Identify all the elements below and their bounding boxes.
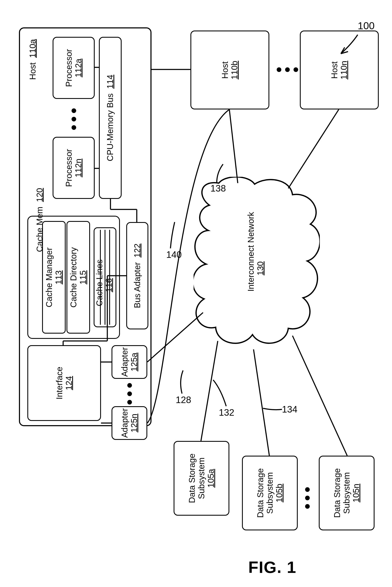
adapter-a-box: Adapter 125a [112, 345, 147, 379]
storage-b-box: Data Storage Subsystem 105b [242, 456, 298, 530]
ref-132: 132 [219, 407, 234, 418]
cache-directory-box: Cache Directory 115 [66, 221, 90, 334]
dots-adapters [127, 383, 132, 404]
diagram-canvas: 100 Host 110a Processor 112a Processor 1… [0, 0, 392, 587]
svg-line-16 [254, 350, 269, 456]
ref-134: 134 [282, 404, 297, 415]
host-detail-title: Host 110a [28, 36, 38, 83]
svg-line-15 [201, 341, 218, 441]
ref-140: 140 [166, 250, 182, 260]
interconnect-label: Interconnect Network 130 [246, 245, 265, 292]
bus-adapter-box: Bus Adapter 122 [126, 222, 148, 330]
dots-processors [72, 108, 76, 130]
host-n-box: Host 110n [300, 30, 379, 110]
storage-a-box: Data Storage Subsystem 105a [174, 441, 229, 516]
dots-hosts [277, 67, 298, 72]
cache-lines-label: Cache Lines 116 [95, 264, 114, 306]
dots-storage [305, 487, 310, 509]
cache-manager-box: Cache Manager 113 [42, 221, 66, 334]
cpu-memory-bus-box: CPU-Memory Bus 114 [99, 37, 122, 199]
storage-n-box: Data Storage Subsystem 105n [319, 456, 374, 530]
processor-n-box: Processor 112n [52, 137, 95, 199]
svg-line-17 [292, 336, 347, 456]
interface-box: Interface 124 [27, 345, 101, 421]
ref-138: 138 [210, 183, 226, 194]
svg-line-14 [288, 110, 339, 188]
host-b-box: Host 110b [190, 30, 269, 110]
figure-caption: FIG. 1 [248, 558, 296, 577]
processor-a-box: Processor 112a [52, 37, 95, 99]
figure-ref: 100 [358, 20, 374, 32]
ref-128: 128 [176, 395, 191, 405]
adapter-n-box: Adapter 125n [112, 406, 147, 440]
svg-line-13 [229, 110, 238, 183]
